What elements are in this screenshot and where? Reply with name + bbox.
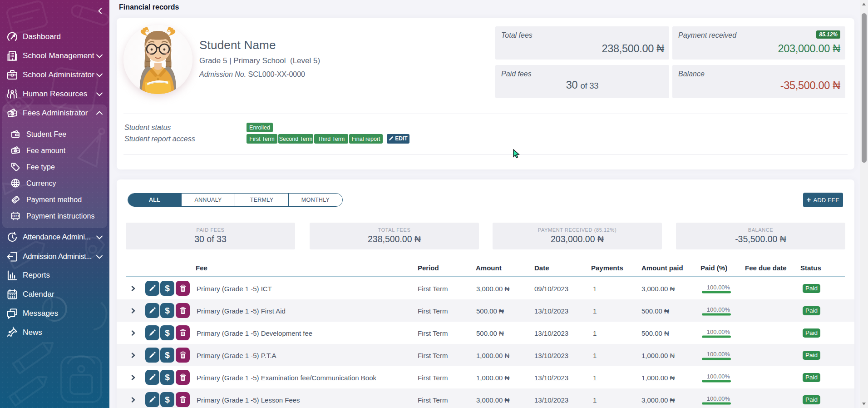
svg-text:0121: 0121 <box>11 214 19 218</box>
